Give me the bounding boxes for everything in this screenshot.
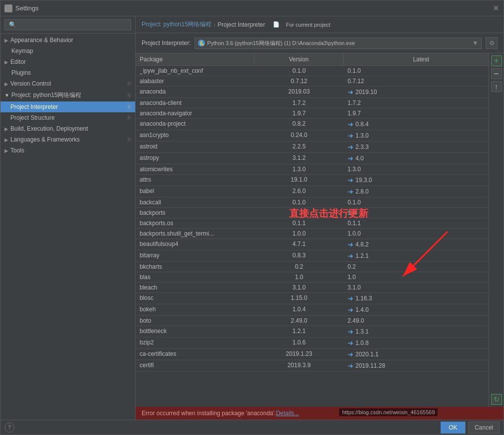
table-row[interactable]: bleach3.1.03.1.0 xyxy=(136,283,504,293)
package-name: certifi xyxy=(136,360,254,371)
package-name: astropy xyxy=(136,153,254,164)
arrow-icon: ▶ xyxy=(4,38,8,43)
sidebar-item-label: Version Control xyxy=(10,80,51,87)
copy-icon: ⎘ xyxy=(128,115,131,121)
package-name: bitarray xyxy=(136,250,254,261)
sidebar-item-keymap[interactable]: Keymap xyxy=(0,46,135,56)
table-row[interactable]: boto2.49.02.49.0 xyxy=(136,316,504,326)
sidebar-item-languages[interactable]: ▶ Languages & Frameworks ⎘ xyxy=(0,134,135,145)
upgrade-package-button[interactable]: ↑ xyxy=(491,81,502,92)
close-button[interactable]: ✕ xyxy=(492,4,500,12)
sidebar-item-label: Editor xyxy=(10,58,26,65)
interpreter-label: Project Interpreter: xyxy=(142,40,191,47)
package-name: bottleneck xyxy=(136,326,254,337)
package-latest: ➜ 4.8.2 xyxy=(344,239,504,250)
copy-icon: ⎘ xyxy=(128,81,131,87)
remove-package-button[interactable]: − xyxy=(491,68,502,79)
package-name: bzip2 xyxy=(136,338,254,348)
table-row[interactable]: beautifulsoup44.7.1➜ 4.8.2 xyxy=(136,239,504,250)
sidebar-item-label: Plugins xyxy=(4,69,31,76)
table-row[interactable]: bitarray0.8.3➜ 1.2.1 xyxy=(136,250,504,262)
package-latest: ➜ 2019.11.28 xyxy=(344,360,504,371)
update-arrow-icon: ➜ xyxy=(348,328,353,336)
package-version: 0.8.3 xyxy=(254,250,344,261)
table-row[interactable]: anaconda2019.03➜ 2019.10 xyxy=(136,87,504,98)
title-bar-left: Settings xyxy=(4,4,39,12)
table-row[interactable]: babel2.6.0➜ 2.8.0 xyxy=(136,186,504,197)
table-row[interactable]: attrs19.1.0➜ 19.3.0 xyxy=(136,175,504,186)
table-row[interactable]: anaconda-project0.8.2➜ 0.8.4 xyxy=(136,119,504,130)
dropdown-arrow-icon: ▼ xyxy=(472,40,478,47)
table-row[interactable]: asn1crypto0.24.0➜ 1.3.0 xyxy=(136,130,504,142)
table-row[interactable]: atomicwrites1.3.01.3.0 xyxy=(136,164,504,175)
package-version xyxy=(254,208,344,218)
gear-button[interactable]: ⚙ xyxy=(486,37,498,49)
package-version: 4.7.1 xyxy=(254,239,344,250)
ok-button[interactable]: OK xyxy=(441,422,465,434)
package-version: 19.1.0 xyxy=(254,175,344,186)
sidebar-item-build-execution[interactable]: ▶ Build, Execution, Deployment xyxy=(0,123,135,134)
update-arrow-icon: ➜ xyxy=(348,306,353,314)
col-package: Package xyxy=(136,53,254,65)
table-row[interactable]: bzip21.0.6➜ 1.0.8 xyxy=(136,338,504,349)
package-latest: 0.1.1 xyxy=(344,218,504,228)
package-version: 1.15.0 xyxy=(254,293,344,304)
update-arrow-icon: ➜ xyxy=(348,188,353,195)
table-row[interactable]: alabaster0.7.120.7.12 xyxy=(136,76,504,87)
package-version: 1.3.0 xyxy=(254,164,344,174)
package-latest: 1.9.7 xyxy=(344,108,504,118)
package-version: 2019.3.9 xyxy=(254,360,344,371)
update-arrow-icon: ➜ xyxy=(348,176,353,184)
package-name: beautifulsoup4 xyxy=(136,239,254,250)
table-row[interactable]: blas1.01.0 xyxy=(136,272,504,283)
table-row[interactable]: backcall0.1.00.1.0 xyxy=(136,197,504,208)
table-row[interactable]: backports.shutil_get_termi...1.0.01.0.0 xyxy=(136,229,504,239)
interpreter-bar: Project Interpreter: 🐍 Python 3.6 (pytho… xyxy=(136,33,504,53)
table-row[interactable]: bottleneck1.2.1➜ 1.3.1 xyxy=(136,326,504,338)
add-package-button[interactable]: + xyxy=(491,55,502,66)
refresh-button[interactable]: ↻ xyxy=(491,394,502,405)
sidebar-item-label: Languages & Frameworks xyxy=(10,136,80,143)
table-row[interactable]: backports.os0.1.10.1.1 xyxy=(136,218,504,229)
package-version: 0.1.0 xyxy=(254,197,344,207)
package-name: bokeh xyxy=(136,304,254,315)
package-name: atomicwrites xyxy=(136,164,254,174)
interpreter-select[interactable]: 🐍 Python 3.6 (python15网络编程) (1) D:\Anaco… xyxy=(195,38,482,49)
update-arrow-icon: ➜ xyxy=(348,294,353,302)
table-row[interactable]: anaconda-navigator1.9.71.9.7 xyxy=(136,108,504,119)
table-row[interactable]: ca-certificates2019.1.23➜ 2020.1.1 xyxy=(136,349,504,360)
for-current-project-label: For current project xyxy=(286,22,330,28)
breadcrumb-project[interactable]: Project: python15网络编程 xyxy=(142,20,211,29)
sidebar-item-appearance[interactable]: ▶ Appearance & Behavior xyxy=(0,35,135,46)
sidebar-item-tools[interactable]: ▶ Tools xyxy=(0,145,135,156)
arrow-open-icon: ▼ xyxy=(4,93,9,98)
sidebar-item-project-interpreter[interactable]: Project Interpreter ⎘ xyxy=(0,101,135,112)
table-row[interactable]: backports1.0 xyxy=(136,208,504,218)
table-row[interactable]: blosc1.15.0➜ 1.16.3 xyxy=(136,293,504,304)
bottom-buttons: https://blog.csdn.net/weixin_46165569 OK… xyxy=(438,422,500,434)
sidebar-item-version-control[interactable]: ▶ Version Control ⎘ xyxy=(0,78,135,89)
package-name: anaconda-client xyxy=(136,98,254,108)
sidebar-item-editor[interactable]: ▶ Editor xyxy=(0,56,135,67)
sidebar-item-project-structure[interactable]: Project Structure ⎘ xyxy=(0,112,135,123)
table-body: _ipyw_jlab_nb_ext_conf0.1.00.1.0alabaste… xyxy=(136,66,504,407)
table-row[interactable]: anaconda-client1.7.21.7.2 xyxy=(136,98,504,108)
table-row[interactable]: astropy3.1.2➜ 4.0 xyxy=(136,153,504,164)
search-input[interactable] xyxy=(4,19,131,30)
sidebar-item-project[interactable]: ▼ Project: python15网络编程 ⎘ xyxy=(0,89,135,101)
col-latest: Latest xyxy=(344,53,499,65)
cancel-button[interactable]: Cancel xyxy=(468,422,500,434)
package-version: 1.0.6 xyxy=(254,338,344,348)
table-row[interactable]: bkcharts0.20.2 xyxy=(136,262,504,272)
table-header: Package Version Latest xyxy=(136,53,504,66)
package-latest: ➜ 1.3.0 xyxy=(344,130,504,141)
help-button[interactable]: ? xyxy=(4,423,14,433)
sidebar-item-plugins[interactable]: Plugins xyxy=(0,67,135,78)
error-details-link[interactable]: Details... xyxy=(276,410,299,417)
table-row[interactable]: certifi2019.3.9➜ 2019.11.28 xyxy=(136,360,504,372)
package-version: 2019.03 xyxy=(254,87,344,97)
table-row[interactable]: bokeh1.0.4➜ 1.4.0 xyxy=(136,304,504,316)
table-row[interactable]: astroid2.2.5➜ 2.3.3 xyxy=(136,142,504,153)
table-row[interactable]: _ipyw_jlab_nb_ext_conf0.1.00.1.0 xyxy=(136,66,504,76)
sidebar-items: ▶ Appearance & Behavior Keymap ▶ Editor … xyxy=(0,34,135,420)
